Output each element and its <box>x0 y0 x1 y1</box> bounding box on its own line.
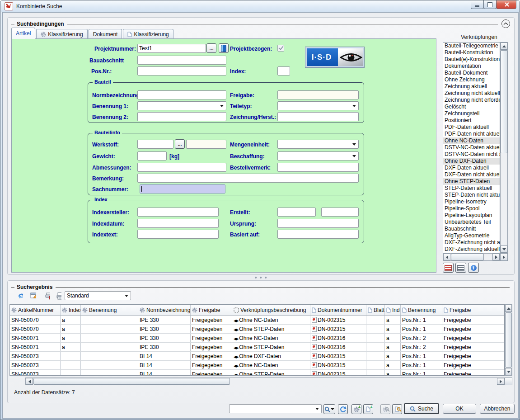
print-list-button[interactable] <box>53 291 64 301</box>
scroll-thumb[interactable] <box>501 50 507 153</box>
verknuepfung-item[interactable]: Ohne NC-Daten <box>443 137 500 144</box>
verknuepfung-item[interactable]: Zeichnung nicht aktuell <box>443 90 500 97</box>
verknuepfung-item[interactable]: Unbearbeitetes Teil <box>443 219 500 226</box>
verknuepfung-item[interactable]: Pipeline-Spool <box>443 205 500 212</box>
new-article-button[interactable] <box>351 404 361 414</box>
list-vertical-scrollbar[interactable] <box>500 42 508 253</box>
article-search-button[interactable] <box>380 404 390 414</box>
table-row[interactable]: SN-050070 a IPE 330 Freigegeben Ohne NC-… <box>10 316 504 325</box>
verknuepfung-item[interactable]: Zeichnung nicht erforderlich <box>443 97 500 104</box>
werkstoff-input[interactable] <box>137 140 173 149</box>
scroll-up-button[interactable] <box>501 42 507 50</box>
table-horizontal-scrollbar[interactable] <box>25 378 505 385</box>
index-input[interactable] <box>277 66 290 76</box>
column-header[interactable]: Benennung <box>401 305 442 315</box>
info-button[interactable] <box>468 263 479 273</box>
verknuepfung-item[interactable]: DSTV-NC-Daten aktuell <box>443 144 500 151</box>
bauabschnitt-input[interactable] <box>137 56 226 65</box>
column-header[interactable]: Freigabe <box>191 305 232 315</box>
verknuepfung-item[interactable]: Ohne DXF-Daten <box>443 158 500 165</box>
verknuepfung-item[interactable]: Pipeline-Isometry <box>443 198 500 205</box>
column-header[interactable]: Blatt <box>366 305 385 315</box>
column-header[interactable]: ArtikelNummer <box>10 305 61 315</box>
verknuepfungen-listbox[interactable]: Bauteil-Teilegeometrie Bauteil-Konstrukt… <box>443 42 500 253</box>
new-document-button[interactable] <box>363 404 373 414</box>
list-horizontal-scrollbar[interactable] <box>443 253 500 261</box>
abbrechen-button[interactable]: Abbrechen <box>480 404 515 414</box>
result-grid-view-button[interactable] <box>443 263 454 273</box>
tab[interactable]: Dokument <box>89 29 122 39</box>
scroll-thumb[interactable] <box>505 312 512 368</box>
verknuepfung-item[interactable]: DXF-Zeichnung aktuell <box>443 246 500 253</box>
basiert-auf-input[interactable] <box>277 230 359 239</box>
verknuepfung-item[interactable]: PDF-Daten nicht aktuell <box>443 131 500 137</box>
column-header[interactable]: Benennung <box>81 305 138 315</box>
indextext-input[interactable] <box>137 230 219 239</box>
scroll-right-button[interactable] <box>492 254 500 260</box>
tab[interactable]: Artikel <box>11 28 35 39</box>
verknuepfung-item[interactable]: Positioniert <box>443 117 500 124</box>
ursprung-input[interactable] <box>277 219 359 228</box>
verknuepfung-item[interactable]: DXF-Daten aktuell <box>443 165 500 171</box>
column-header[interactable]: Verknüpfungsbeschreibung <box>232 305 310 315</box>
column-header[interactable]: Dokumentnummer <box>310 305 366 315</box>
verknuepfung-item[interactable]: STEP-Daten aktuell <box>443 185 500 192</box>
werkstoff-browse-button[interactable]: ... <box>175 139 185 149</box>
result-list-view-button[interactable] <box>455 263 466 273</box>
verknuepfung-item[interactable]: Ohne STEP-Daten <box>443 178 500 185</box>
verknuepfung-item[interactable]: Bauabschnitt <box>443 226 500 232</box>
verknuepfung-item[interactable]: DXF-Daten nicht aktuell <box>443 171 500 178</box>
scroll-right-button[interactable] <box>497 378 504 385</box>
verknuepfung-item[interactable]: Bauteil-Dokument <box>443 70 500 76</box>
normbezeichnung-input[interactable] <box>137 90 226 99</box>
verknuepfung-item[interactable]: Zeichnung aktuell <box>443 83 500 90</box>
titlebar[interactable]: Kombinierte Suche <box>1 0 520 12</box>
benennung2-input[interactable] <box>137 112 226 121</box>
verknuepfung-item[interactable]: Pipeline-Layoutplan <box>443 212 500 219</box>
print-settings-button[interactable] <box>42 291 53 301</box>
sachnummer-input[interactable] <box>140 184 225 193</box>
scroll-down-button[interactable] <box>501 245 507 253</box>
scroll-left-button[interactable] <box>26 378 33 385</box>
column-header[interactable]: Freigabe <box>442 305 471 315</box>
teiletyp-combobox[interactable] <box>277 101 359 110</box>
beschaffung-combobox[interactable] <box>277 151 359 160</box>
maximize-button[interactable] <box>483 0 497 9</box>
erstellt-datum-input[interactable] <box>277 208 316 217</box>
table-row[interactable]: SN-050071 a IPE 330 Freigegeben Ohne NC-… <box>10 334 504 343</box>
verknuepfung-item[interactable]: Dokumentation <box>443 63 500 70</box>
save-search-menu-button[interactable] <box>323 404 335 414</box>
projektbezogen-checkbox[interactable] <box>277 45 284 52</box>
projektnummer-browse-button[interactable]: ... <box>206 43 216 53</box>
table-row[interactable]: SN-050070 a IPE 330 Freigegeben Ohne STE… <box>10 325 504 334</box>
verknuepfung-item[interactable]: Bauteil(e)-Konstruktion <box>443 56 500 63</box>
verknuepfung-item[interactable]: Zeichnungsteil <box>443 110 500 117</box>
table-vertical-scrollbar[interactable] <box>505 304 512 376</box>
scroll-corner-button[interactable] <box>500 253 508 261</box>
indexdatum-input[interactable] <box>137 219 219 228</box>
minimize-button[interactable] <box>471 0 484 9</box>
scroll-left-button[interactable] <box>443 254 450 260</box>
column-header[interactable]: Index <box>385 305 401 315</box>
verknuepfung-item[interactable]: DSTV-NC-Daten nicht aktuell <box>443 151 500 158</box>
bestellvermerk-input[interactable] <box>277 163 359 172</box>
suche-button[interactable]: Suche <box>404 403 439 414</box>
saved-search-combobox[interactable] <box>229 404 322 413</box>
mengeneinheit-combobox[interactable] <box>277 140 359 149</box>
section-splitter[interactable] <box>7 275 514 280</box>
collapse-section-button[interactable] <box>501 19 510 28</box>
verknuepfung-item[interactable]: Ohne Zeichnung <box>443 76 500 83</box>
ok-button[interactable]: OK <box>443 404 476 414</box>
table-row[interactable]: SN-050073 BI 14 Freigegeben Ohne NC-Date… <box>10 361 504 370</box>
export-results-button[interactable] <box>28 291 38 301</box>
close-button[interactable] <box>496 0 516 9</box>
verknuepfung-item[interactable]: Gelöscht <box>443 104 500 110</box>
erstellt-zeit-input[interactable] <box>321 208 359 217</box>
bemerkung-input[interactable] <box>137 174 359 183</box>
verknuepfung-item[interactable]: Bauteil-Konstruktion <box>443 49 500 56</box>
benennung1-combobox[interactable] <box>137 101 226 110</box>
table-row[interactable]: SN-050073 BI 14 Freigegeben Ohne DXF-Dat… <box>10 352 504 361</box>
scroll-up-button[interactable] <box>505 305 512 312</box>
column-header[interactable]: Normbezeichnung <box>138 305 191 315</box>
document-search-button[interactable] <box>392 404 402 414</box>
